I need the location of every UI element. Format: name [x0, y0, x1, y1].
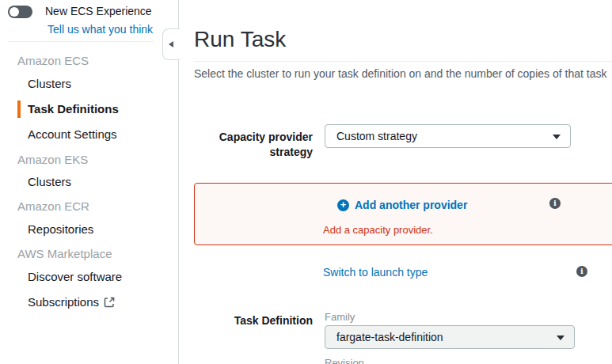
sidebar-item-task-definitions[interactable]: Task Definitions	[28, 102, 119, 116]
collapse-sidebar-button[interactable]	[162, 28, 180, 60]
collapse-arrow-icon	[169, 41, 173, 47]
sidebar-item-subscriptions[interactable]: Subscriptions	[28, 295, 115, 310]
capacity-provider-strategy-select[interactable]: Custom strategy	[325, 124, 571, 148]
section-header-amazon-ecr: Amazon ECR	[17, 199, 89, 213]
sidebar-item-discover-software[interactable]: Discover software	[28, 270, 122, 283]
main-panel: Run Task Select the cluster to run your …	[179, 0, 612, 364]
sidebar-item-repositories[interactable]: Repositories	[28, 222, 93, 236]
switch-to-launch-type-link[interactable]: Switch to launch type	[323, 266, 428, 279]
sidebar-divider	[8, 41, 154, 42]
section-header-amazon-ecs: Amazon ECS	[17, 54, 89, 67]
info-icon[interactable]: i	[549, 198, 561, 209]
family-label: Family	[325, 311, 355, 323]
caret-down-icon	[557, 336, 564, 340]
page-description: Select the cluster to run your task defi…	[194, 67, 612, 80]
section-header-amazon-eks: Amazon EKS	[17, 153, 88, 166]
capacity-provider-error-panel: + Add another provider i Add a capacity …	[194, 183, 612, 245]
sidebar-item-eks-clusters[interactable]: Clusters	[28, 175, 71, 188]
select-value: Custom strategy	[336, 130, 417, 142]
active-item-indicator	[17, 100, 21, 118]
feedback-link[interactable]: Tell us what you think	[48, 23, 153, 36]
plus-icon: +	[337, 199, 349, 211]
add-another-provider-button[interactable]: + Add another provider	[337, 199, 467, 211]
sidebar-item-account-settings[interactable]: Account Settings	[28, 127, 117, 141]
caret-down-icon	[553, 135, 561, 139]
select-value: fargate-task-definition	[336, 331, 443, 343]
add-another-provider-label: Add another provider	[355, 199, 467, 211]
capacity-provider-error-message: Add a capacity provider.	[323, 224, 433, 236]
info-icon[interactable]: i	[576, 266, 587, 277]
task-definition-label: Task Definition	[194, 313, 313, 328]
sidebar-item-ecs-clusters[interactable]: Clusters	[28, 77, 71, 90]
title-divider	[194, 61, 612, 62]
section-header-aws-marketplace: AWS Marketplace	[17, 247, 112, 260]
page-title: Run Task	[194, 27, 286, 52]
toggle-knob	[10, 7, 19, 17]
capacity-provider-strategy-label: Capacity provider strategy	[194, 130, 313, 160]
sidebar: New ECS Experience Tell us what you thin…	[0, 0, 179, 364]
revision-label: Revision	[325, 357, 364, 364]
new-ecs-experience-label: New ECS Experience	[45, 5, 152, 17]
new-ecs-experience-toggle[interactable]	[8, 6, 32, 18]
external-link-icon	[104, 297, 115, 310]
sidebar-item-label: Subscriptions	[28, 295, 99, 309]
task-definition-family-select[interactable]: fargate-task-definition	[325, 325, 575, 349]
